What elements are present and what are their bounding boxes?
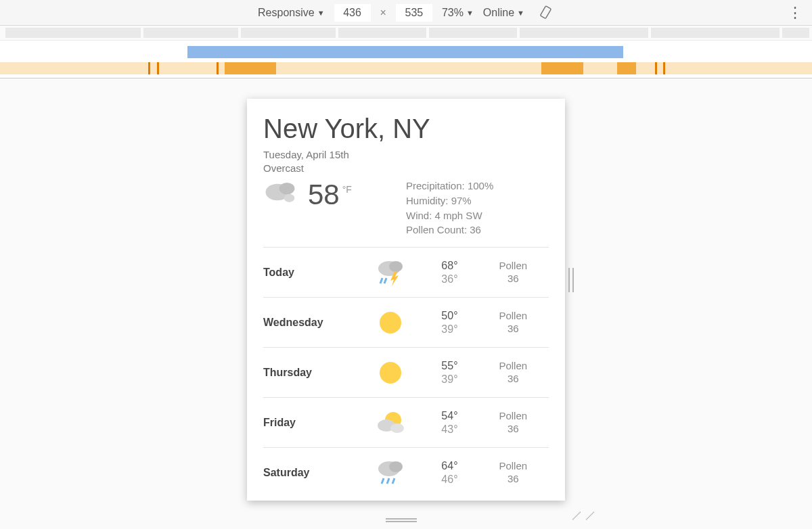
storm-icon	[359, 259, 422, 286]
zoom-value: 73%	[442, 7, 464, 19]
showers-icon	[359, 459, 422, 486]
device-toolbar: Responsive ▼ × 73% ▼ Online ▼ ⋮	[0, 0, 812, 26]
emulated-device-frame: New York, NY Tuesday, April 15th Overcas…	[247, 99, 565, 501]
forecast-pollen: Pollen36	[478, 260, 549, 285]
forecast-row[interactable]: Today68°36°Pollen36	[263, 247, 549, 297]
forecast-list: Today68°36°Pollen36Wednesday50°39°Pollen…	[263, 247, 549, 497]
sunny-icon	[359, 359, 422, 386]
current-conditions: 58 °F Precipitation: 100% Humidity: 97% …	[263, 179, 549, 237]
partly-icon	[359, 409, 422, 436]
forecast-row[interactable]: Saturday64°46°Pollen36	[263, 447, 549, 497]
chevron-down-icon: ▼	[317, 9, 325, 17]
viewport-width-input[interactable]	[334, 4, 371, 22]
overcast-icon	[263, 179, 301, 206]
forecast-row[interactable]: Thursday55°39°Pollen36	[263, 347, 549, 397]
forecast-pollen: Pollen36	[478, 460, 549, 486]
sunny-icon	[359, 309, 422, 336]
zoom-select[interactable]: 73% ▼	[442, 7, 474, 19]
current-details: Precipitation: 100% Humidity: 97% Wind: …	[406, 179, 549, 237]
date-text: Tuesday, April 15th	[263, 149, 349, 160]
more-options-icon[interactable]: ⋮	[788, 5, 803, 20]
throttle-select[interactable]: Online ▼	[483, 7, 524, 19]
location-title: New York, NY	[263, 114, 549, 144]
forecast-day: Wednesday	[263, 317, 359, 329]
forecast-temps: 64°46°	[422, 459, 477, 486]
temp-unit: °F	[342, 184, 352, 195]
svg-rect-0	[540, 5, 551, 18]
throttle-value: Online	[483, 7, 514, 19]
emulated-viewport-area: New York, NY Tuesday, April 15th Overcas…	[0, 78, 812, 529]
condition-text: Overcast	[263, 162, 304, 174]
resize-handle-right[interactable]	[567, 268, 575, 295]
svg-point-3	[284, 194, 295, 202]
forecast-temps: 68°36°	[422, 259, 477, 286]
forecast-day: Saturday	[263, 467, 359, 479]
rotate-icon[interactable]	[539, 5, 554, 20]
resize-handle-corner[interactable]: ⟋⟋	[568, 506, 595, 525]
svg-point-2	[279, 183, 295, 195]
forecast-temps: 50°39°	[422, 309, 477, 336]
forecast-temps: 55°39°	[422, 359, 477, 386]
viewport-height-input[interactable]	[396, 4, 432, 22]
device-select[interactable]: Responsive ▼	[258, 7, 325, 19]
forecast-temps: 54°43°	[422, 409, 477, 436]
chevron-down-icon: ▼	[517, 9, 524, 17]
date-condition: Tuesday, April 15th Overcast	[263, 148, 549, 175]
forecast-day: Thursday	[263, 367, 359, 379]
forecast-day: Friday	[263, 417, 359, 429]
forecast-day: Today	[263, 267, 359, 279]
forecast-pollen: Pollen36	[478, 410, 549, 436]
forecast-pollen: Pollen36	[478, 360, 549, 386]
dimension-separator: ×	[380, 7, 386, 19]
viewport-ruler	[0, 26, 812, 41]
performance-timeline[interactable]	[0, 41, 812, 78]
forecast-row[interactable]: Wednesday50°39°Pollen36	[263, 297, 549, 347]
forecast-pollen: Pollen36	[478, 310, 549, 336]
resize-handle-bottom[interactable]	[386, 517, 417, 524]
forecast-row[interactable]: Friday54°43°Pollen36	[263, 397, 549, 447]
device-select-label: Responsive	[258, 7, 315, 19]
current-temp: 58 °F	[308, 179, 352, 211]
chevron-down-icon: ▼	[466, 9, 474, 17]
weather-card: New York, NY Tuesday, April 15th Overcas…	[247, 99, 565, 497]
